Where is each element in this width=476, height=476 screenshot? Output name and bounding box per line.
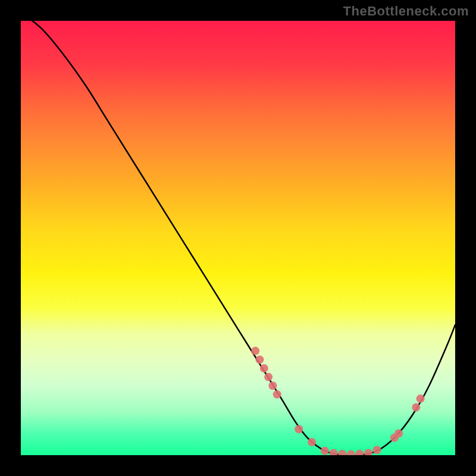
marker-point [251, 347, 259, 355]
marker-point [260, 364, 268, 372]
marker-point [321, 447, 329, 455]
bottleneck-curve [21, 21, 455, 455]
marker-point [355, 450, 364, 455]
marker-point [295, 425, 303, 433]
curve-markers [251, 347, 424, 455]
marker-point [264, 373, 273, 381]
marker-point [338, 450, 346, 455]
chart-container: TheBottleneck.com [0, 0, 476, 476]
marker-point [330, 449, 338, 455]
marker-point [308, 438, 316, 446]
marker-point [256, 355, 264, 364]
marker-point [416, 394, 425, 403]
plot-area [21, 21, 455, 455]
marker-point [268, 381, 277, 390]
marker-point [364, 449, 372, 455]
marker-point [347, 450, 355, 456]
marker-point [273, 390, 281, 399]
attribution-text: TheBottleneck.com [343, 4, 469, 19]
marker-point [412, 403, 420, 412]
marker-point [373, 446, 381, 454]
curve-svg [21, 21, 455, 455]
marker-point [394, 430, 403, 438]
